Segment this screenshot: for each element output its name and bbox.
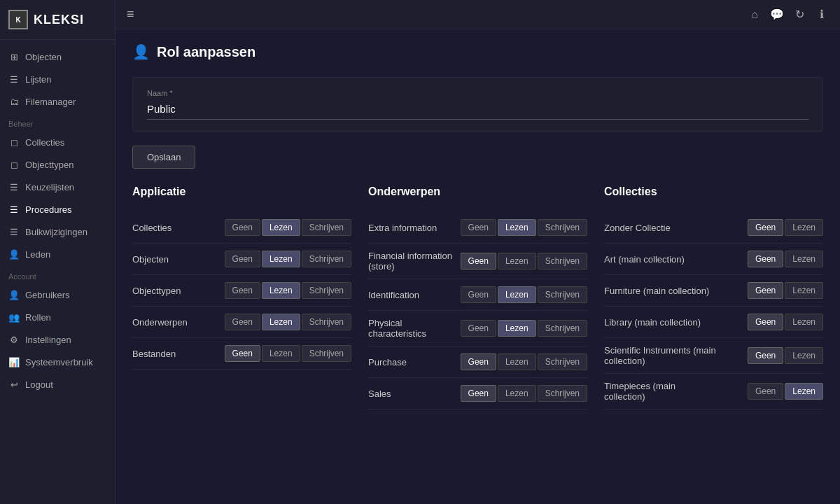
lezen-btn[interactable]: Lezen [785, 314, 823, 330]
geen-btn[interactable]: Geen [225, 314, 260, 330]
refresh-icon[interactable]: ↻ [792, 8, 806, 22]
sidebar-item-procedures[interactable]: ☰ Procedures [0, 198, 115, 220]
perm-name: Purchase [368, 357, 431, 368]
lezen-btn[interactable]: Lezen [262, 219, 300, 236]
sidebar-item-filemanager[interactable]: 🗂 Filemanager [0, 90, 115, 113]
schrijven-btn[interactable]: Schrijven [302, 251, 351, 267]
geen-btn[interactable]: Geen [225, 282, 260, 299]
perm-name: Objecten [132, 254, 195, 265]
perm-buttons: Geen Lezen [748, 251, 823, 267]
message-icon[interactable]: 💬 [770, 8, 784, 22]
perm-row-furniture: Furniture (main collection) Geen Lezen [604, 275, 823, 307]
perm-row-collecties: Collecties Geen Lezen Schrijven [132, 212, 351, 244]
lezen-btn[interactable]: Lezen [498, 219, 536, 236]
geen-btn[interactable]: Geen [461, 253, 496, 270]
lezen-btn[interactable]: Lezen [262, 345, 300, 362]
perm-name: Art (main collection) [604, 254, 685, 265]
topbar-left: ≡ [127, 7, 134, 22]
geen-btn[interactable]: Geen [748, 282, 783, 299]
lezen-btn[interactable]: Lezen [498, 286, 536, 303]
schrijven-btn[interactable]: Schrijven [302, 314, 351, 330]
system-icon: 📊 [8, 356, 20, 368]
lezen-btn[interactable]: Lezen [498, 320, 536, 337]
perm-row-onderwerpen: Onderwerpen Geen Lezen Schrijven [132, 307, 351, 338]
geen-btn[interactable]: Geen [461, 286, 496, 303]
sidebar-item-objecttypen[interactable]: ◻ Objecttypen [0, 153, 115, 176]
perm-buttons: Geen Lezen Schrijven [225, 345, 351, 362]
menu-icon[interactable]: ≡ [127, 7, 134, 22]
procedures-icon: ☰ [8, 204, 20, 215]
lezen-btn[interactable]: Lezen [262, 282, 300, 299]
lezen-btn[interactable]: Lezen [498, 354, 536, 370]
sidebar-label-gebruikers: Gebruikers [25, 290, 70, 300]
lezen-btn[interactable]: Lezen [785, 347, 823, 364]
lezen-btn[interactable]: Lezen [785, 219, 823, 236]
rollen-icon: 👥 [8, 312, 20, 323]
sidebar-item-lijsten[interactable]: ☰ Lijsten [0, 68, 115, 90]
perm-name: Furniture (main collection) [604, 286, 709, 296]
lezen-btn[interactable]: Lezen [498, 253, 536, 270]
geen-btn[interactable]: Geen [748, 251, 783, 267]
geen-btn[interactable]: Geen [748, 347, 783, 364]
lezen-btn[interactable]: Lezen [785, 251, 823, 267]
sidebar-item-leden[interactable]: 👤 Leden [0, 243, 115, 265]
keuzelijsten-icon: ☰ [8, 181, 20, 192]
schrijven-btn[interactable]: Schrijven [538, 286, 587, 303]
page-title-text: Rol aanpassen [157, 44, 255, 60]
geen-btn[interactable]: Geen [225, 251, 260, 267]
schrijven-btn[interactable]: Schrijven [302, 282, 351, 299]
collecties-column: Collecties Zonder Collectie Geen Lezen A… [604, 186, 823, 410]
sidebar-item-systeemverbruik[interactable]: 📊 Systeemverbruik [0, 351, 115, 373]
lezen-btn[interactable]: Lezen [262, 251, 300, 267]
schrijven-btn[interactable]: Schrijven [538, 253, 587, 270]
sidebar-item-collecties[interactable]: ◻ Collecties [0, 131, 115, 153]
geen-btn[interactable]: Geen [461, 385, 496, 402]
perm-name: Identification [368, 290, 431, 300]
schrijven-btn[interactable]: Schrijven [302, 219, 351, 236]
collecties-icon: ◻ [8, 136, 20, 148]
perm-buttons: Geen Lezen [748, 219, 823, 236]
perm-buttons: Geen Lezen [748, 314, 823, 330]
geen-btn[interactable]: Geen [748, 383, 783, 400]
lezen-btn[interactable]: Lezen [785, 383, 823, 400]
sidebar-label-collecties: Collecties [25, 137, 64, 148]
applicatie-title: Applicatie [132, 186, 351, 201]
schrijven-btn[interactable]: Schrijven [538, 320, 587, 337]
sidebar-item-instellingen[interactable]: ⚙ Instellingen [0, 328, 115, 351]
home-icon[interactable]: ⌂ [748, 8, 762, 22]
schrijven-btn[interactable]: Schrijven [538, 385, 587, 402]
sidebar-item-bulkwijzigingen[interactable]: ☰ Bulkwijzigingen [0, 220, 115, 243]
geen-btn[interactable]: Geen [748, 219, 783, 236]
lezen-btn[interactable]: Lezen [498, 385, 536, 402]
lezen-btn[interactable]: Lezen [785, 282, 823, 299]
schrijven-btn[interactable]: Schrijven [302, 345, 351, 362]
geen-btn[interactable]: Geen [461, 219, 496, 236]
sidebar-label-instellingen: Instellingen [25, 335, 71, 345]
perm-name: Library (main collection) [604, 317, 701, 328]
sidebar-label-leden: Leden [25, 249, 50, 260]
geen-btn[interactable]: Geen [225, 219, 260, 236]
naam-input[interactable] [147, 100, 808, 120]
lezen-btn[interactable]: Lezen [262, 314, 300, 330]
sidebar-label-filemanager: Filemanager [25, 97, 76, 107]
page-title-icon: 👤 [132, 43, 150, 60]
save-button[interactable]: Opslaan [132, 146, 195, 169]
sidebar: K KLEKSI ⊞ Objecten ☰ Lijsten 🗂 Filemana… [0, 0, 115, 504]
info-icon[interactable]: ℹ [815, 8, 829, 22]
sidebar-item-objecten[interactable]: ⊞ Objecten [0, 46, 115, 68]
sidebar-item-keuzelijsten[interactable]: ☰ Keuzelijsten [0, 176, 115, 198]
geen-btn[interactable]: Geen [748, 314, 783, 330]
sidebar-item-rollen[interactable]: 👥 Rollen [0, 306, 115, 328]
schrijven-btn[interactable]: Schrijven [538, 354, 587, 370]
sidebar-item-gebruikers[interactable]: 👤 Gebruikers [0, 284, 115, 306]
geen-btn[interactable]: Geen [225, 345, 260, 362]
sidebar-item-logout[interactable]: ↩ Logout [0, 373, 115, 396]
logo: K KLEKSI [0, 0, 115, 40]
sidebar-nav: ⊞ Objecten ☰ Lijsten 🗂 Filemanager Behee… [0, 40, 115, 504]
perm-row-timepieces: Timepieces (main collection) Geen Lezen [604, 374, 823, 410]
perm-buttons: Geen Lezen Schrijven [225, 282, 351, 299]
schrijven-btn[interactable]: Schrijven [538, 219, 587, 236]
perm-row-extra-info: Extra information Geen Lezen Schrijven [368, 212, 587, 244]
geen-btn[interactable]: Geen [461, 354, 496, 370]
geen-btn[interactable]: Geen [461, 320, 496, 337]
